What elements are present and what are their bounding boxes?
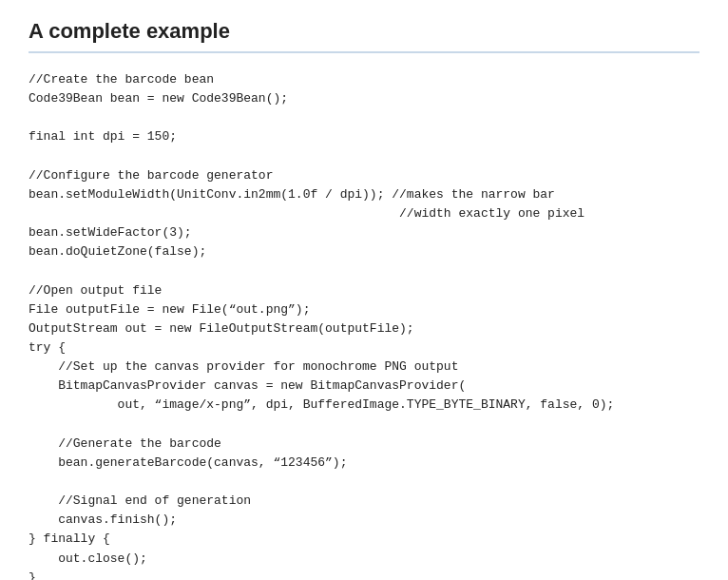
page-title: A complete example <box>29 19 699 44</box>
divider <box>29 51 699 53</box>
page-container: A complete example //Create the barcode … <box>0 0 728 580</box>
code-block: //Create the barcode bean Code39Bean bea… <box>29 70 699 580</box>
